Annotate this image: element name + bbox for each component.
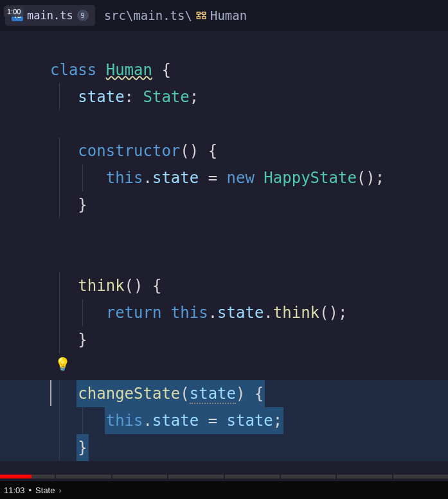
status-title: State [35,486,55,495]
code-token: changeState [78,385,180,403]
breadcrumb[interactable]: src\main.ts\ Human [104,8,247,22]
code-token: } [78,196,87,214]
code-token: } [78,439,87,457]
chevron-right-icon: › [58,486,61,495]
code-token: state [152,412,199,430]
code-token: state [227,412,273,430]
code-line[interactable] [0,245,448,272]
lightbulb-icon[interactable]: 💡 [55,353,71,376]
video-progress-bar[interactable] [0,475,448,478]
code-token: return [106,304,171,322]
code-line[interactable]: changeState(state) { [0,380,448,407]
code-token: think [78,277,124,295]
code-token: () { [180,142,217,160]
progress-segment [392,475,448,478]
tab-problems-badge: 9 [77,10,89,21]
class-icon [195,9,208,22]
text-cursor [50,380,51,406]
code-token: class [50,61,106,79]
code-line[interactable]: state: State; [0,83,448,110]
code-token: think [273,304,319,322]
code-line[interactable]: this.state = new HappyState(); [0,164,448,191]
tab-filename: main.ts [27,9,73,22]
progress-segment [280,475,336,478]
code-line[interactable] [0,218,448,245]
code-token: () { [125,277,162,295]
code-editor[interactable]: class Human { state: State; constructor(… [0,31,448,474]
code-token: ) { [236,385,264,403]
progress-segment [111,475,167,478]
code-token: Human [106,61,152,79]
code-line[interactable]: } [0,326,448,353]
code-token: = [199,169,226,187]
code-line[interactable]: 💡 [0,353,448,380]
code-token: . [143,412,152,430]
progress-segment [55,475,111,478]
code-token: = [199,412,226,430]
timestamp-overlay: 1:00 [4,6,24,17]
status-time: 11:03 [4,486,25,495]
code-token: this [171,304,208,322]
code-token: state [78,88,124,106]
progress-segment [167,475,223,478]
video-status-bar: 11:03 • State › [0,481,448,499]
progress-segments [0,475,448,478]
code-token: (); [357,169,384,187]
code-token: (); [319,304,347,322]
code-token: state [152,169,199,187]
code-line[interactable]: } [0,191,448,218]
code-line[interactable]: return this.state.think(); [0,299,448,326]
code-line[interactable]: constructor() { [0,137,448,164]
code-token: ; [273,412,282,430]
code-token: . [264,304,273,322]
code-token: . [143,169,152,187]
code-line[interactable]: this.state = state; [0,407,448,434]
status-separator: • [29,486,32,495]
code-token: this [106,412,143,430]
code-token: HappyState [264,169,357,187]
code-token: . [208,304,217,322]
code-line[interactable]: } [0,434,448,461]
code-token: } [78,331,87,349]
code-token: : [125,88,143,106]
code-line[interactable]: think() { [0,272,448,299]
code-line[interactable]: class Human { [0,57,448,83]
code-token: constructor [78,142,180,160]
code-token: ; [190,88,199,106]
breadcrumb-path: src\main.ts\ [104,8,192,22]
code-token: { [152,61,171,79]
code-token: new [227,169,264,187]
code-token: state [190,385,236,404]
code-token: State [143,88,190,106]
code-token: this [106,169,143,187]
code-token: ( [180,385,189,403]
progress-segment [224,475,280,478]
code-line[interactable] [0,110,448,137]
breadcrumb-symbol: Human [210,8,247,22]
code-token: state [217,304,264,322]
progress-segment [0,475,55,478]
progress-segment [336,475,391,478]
tab-bar: TS main.ts 9 src\main.ts\ Human [0,0,448,31]
